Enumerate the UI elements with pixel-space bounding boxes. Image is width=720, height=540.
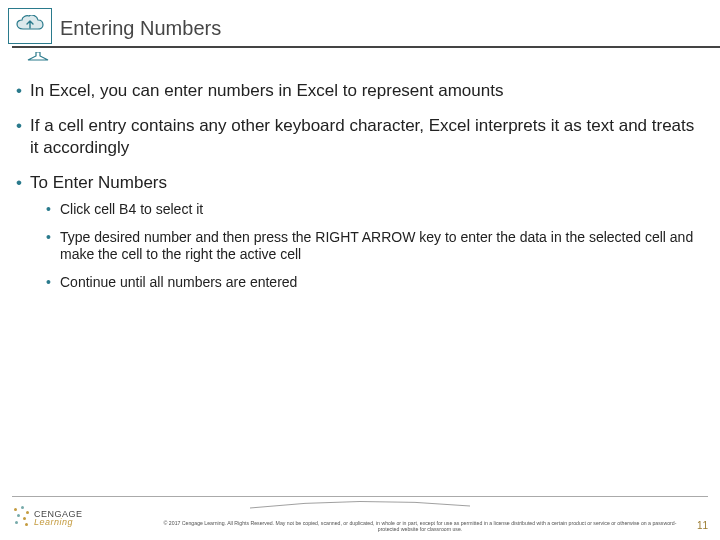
sub-bullet-item: Continue until all numbers are entered (46, 274, 704, 292)
page-number: 11 (697, 520, 708, 531)
bullet-text: To Enter Numbers (30, 173, 167, 192)
bullet-text: Continue until all numbers are entered (60, 274, 297, 290)
monitor-stand-icon (22, 52, 54, 62)
copyright-text: © 2017 Cengage Learning. All Rights Rese… (162, 520, 678, 532)
slide-content: In Excel, you can enter numbers in Excel… (16, 80, 704, 305)
slide-header: Entering Numbers (8, 8, 712, 44)
bullet-text: If a cell entry contains any other keybo… (30, 116, 694, 156)
cloud-upload-icon (8, 8, 52, 44)
bullet-item: To Enter Numbers Click cell B4 to select… (16, 172, 704, 291)
bullet-text: Type desired number and then press the R… (60, 229, 693, 263)
slide-footer: CENGAGE Learning © 2017 Cengage Learning… (12, 506, 708, 530)
logo-text-line2: Learning (34, 518, 83, 526)
bullet-item: In Excel, you can enter numbers in Excel… (16, 80, 704, 101)
sub-bullet-item: Type desired number and then press the R… (46, 229, 704, 264)
bullet-text: In Excel, you can enter numbers in Excel… (30, 81, 503, 100)
bullet-text: Click cell B4 to select it (60, 201, 203, 217)
footer-rule (12, 496, 708, 497)
slide-title: Entering Numbers (60, 17, 221, 40)
slide: Entering Numbers In Excel, you can enter… (0, 0, 720, 540)
title-underline (12, 46, 720, 48)
sub-bullet-item: Click cell B4 to select it (46, 201, 704, 219)
bullet-item: If a cell entry contains any other keybo… (16, 115, 704, 158)
logo-burst-icon (12, 506, 30, 530)
